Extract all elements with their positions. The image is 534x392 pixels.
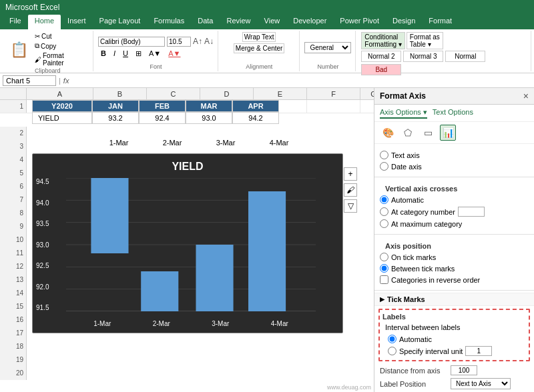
panel-tab-axis-options[interactable]: Axis Options ▾ [380,107,427,119]
increase-font-icon[interactable]: A↑ [193,37,202,46]
automatic-crosses-radio[interactable] [380,195,388,204]
name-box[interactable] [3,75,56,86]
panel-close-button[interactable]: × [523,91,529,101]
ribbon: 📋 ✂ Cut ⧉ Copy 🖌 Format Painter Clipboar… [0,29,534,73]
at-category-radio[interactable] [380,207,388,216]
tab-view[interactable]: View [258,15,287,29]
cell-g1[interactable] [360,100,374,113]
border-button[interactable]: ⊞ [133,48,144,59]
between-tick-radio[interactable] [380,264,388,273]
col-header-b[interactable]: B [93,88,147,99]
font-size-input[interactable] [167,37,191,47]
panel-tabs: Axis Options ▾ Text Options [374,105,534,122]
chart-add-button[interactable]: + [344,167,357,181]
chart-controls: + 🖌 ▽ [344,167,357,213]
distance-input[interactable] [451,365,477,375]
tick-marks-toggle[interactable]: ▶ Tick Marks [374,293,534,306]
x-label-3-mar: 3-Mar [199,139,252,147]
col-header-c[interactable]: C [147,88,200,99]
column-headers: A B C D E F G [0,88,374,100]
size-icon-button[interactable]: ▭ [420,125,436,141]
col-header-f[interactable]: F [307,88,360,99]
cut-button[interactable]: ✂ Cut [33,32,89,41]
col-header-e[interactable]: E [254,88,307,99]
automatic-labels-radio[interactable] [388,335,396,343]
format-painter-button[interactable]: 🖌 Format Painter [33,51,89,67]
normal2-style[interactable]: Normal 2 [361,51,401,62]
font-color-button[interactable]: A▼ [166,48,183,59]
panel-header: Format Axis × [374,88,534,105]
wrap-text-button[interactable]: Wrap Text [242,32,276,42]
tab-formulas[interactable]: Formulas [147,15,191,29]
cell-f1[interactable] [307,100,360,113]
underline-button[interactable]: U [120,48,131,59]
bad-style[interactable]: Bad [361,64,401,75]
date-axis-radio[interactable] [380,162,388,171]
copy-button[interactable]: ⧉ Copy [33,41,89,51]
row-num-18: 18 [0,340,27,353]
col-header-g[interactable]: G [360,88,374,99]
formula-bar: | fx [0,73,534,88]
tab-format[interactable]: Format [422,15,459,29]
paste-button[interactable]: 📋 [7,39,31,61]
row-num-7: 7 [0,193,27,207]
spreadsheet: A B C D E F G 1 Y2020 JAN FEB M [0,88,374,392]
on-tick-radio[interactable] [380,253,388,261]
tab-data[interactable]: Data [191,15,220,29]
y-label-935: 93.5 [36,220,49,227]
bar-chart-icon-button[interactable]: 📊 [440,125,456,141]
x-label-1-mar: 1-Mar [92,139,146,147]
chart-area: 94.5 94.0 93.5 93.0 92.5 92.0 91.5 [66,178,316,311]
text-axis-radio[interactable] [380,151,388,159]
bold-button[interactable]: B [98,48,109,59]
dt-header-apr: APR [232,100,279,112]
dt-cell-apr: 94.2 [232,112,279,124]
dt-header-jan: JAN [92,100,139,112]
tab-page-layout[interactable]: Page Layout [93,15,148,29]
bar-2-mar [141,271,178,311]
text-axis-row: Text axis [380,149,529,161]
chart-filter-button[interactable]: ▽ [344,199,357,213]
reverse-checkbox[interactable] [380,275,388,284]
merge-center-button[interactable]: Merge & Center [234,43,285,53]
col-header-d[interactable]: D [200,88,254,99]
specify-interval-radio[interactable] [388,347,396,355]
chart-x-label-1mar: 1-Mar [82,320,122,327]
tab-file[interactable]: File [3,15,28,29]
chart-container[interactable]: YIELD 94.5 94.0 93.5 93.0 92.5 92.0 91.5 [32,153,343,333]
col-header-a[interactable]: A [27,88,93,99]
italic-button[interactable]: I [111,48,118,59]
tab-home[interactable]: Home [28,15,61,29]
formula-input[interactable] [71,76,531,85]
panel-tab-text-options[interactable]: Text Options [433,107,473,119]
normal-style[interactable]: Normal [445,51,485,62]
tick-marks-label: Tick Marks [387,295,425,303]
tab-design[interactable]: Design [386,15,422,29]
specify-interval-input[interactable] [465,346,492,356]
tab-insert[interactable]: Insert [61,15,93,29]
row-num-13: 13 [0,273,27,287]
ribbon-group-styles: ConditionalFormatting ▾ Format asTable ▾… [357,31,531,71]
conditional-formatting-button[interactable]: ConditionalFormatting ▾ [361,32,405,49]
formula-divider: | [59,77,61,85]
effects-icon-button[interactable]: ⬠ [400,125,416,141]
normal3-style[interactable]: Normal 3 [403,51,443,62]
font-name-input[interactable] [98,37,165,47]
row-num-8: 8 [0,207,27,220]
format-as-table-button[interactable]: Format asTable ▾ [407,32,443,49]
label-position-select[interactable]: Next to Axis [451,378,511,389]
fill-color-button[interactable]: A▼ [146,48,164,59]
number-format-select[interactable]: General [304,42,351,53]
font-controls: A↑ A↓ B I U ⊞ A▼ A▼ [98,37,214,59]
row-num-16: 16 [0,313,27,327]
tab-review[interactable]: Review [220,15,257,29]
paint-icon-button[interactable]: 🎨 [380,125,396,141]
decrease-font-icon[interactable]: A↓ [204,37,214,46]
panel-title: Format Axis [380,91,426,101]
tab-power-pivot[interactable]: Power Pivot [333,15,386,29]
at-category-input[interactable] [458,207,485,217]
on-tick-row: On tick marks [380,251,529,263]
chart-brush-button[interactable]: 🖌 [344,183,357,197]
tab-developer[interactable]: Developer [286,15,333,29]
at-max-radio[interactable] [380,219,388,228]
